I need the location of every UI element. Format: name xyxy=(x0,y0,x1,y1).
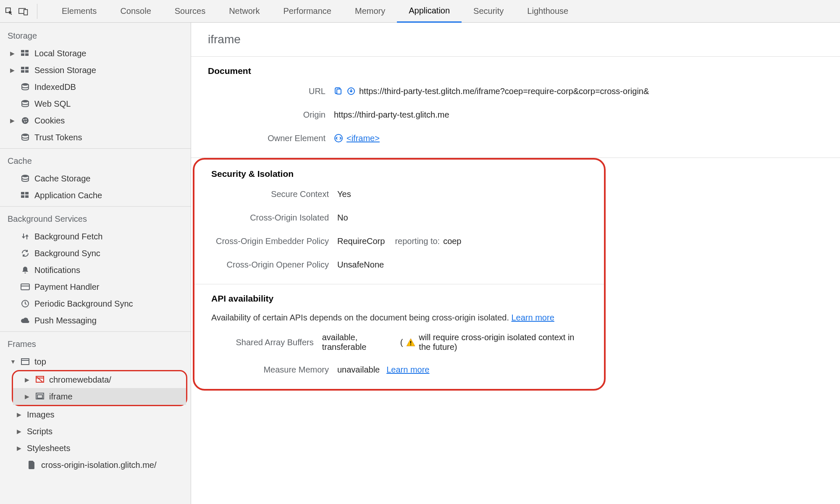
sidebar-item-label: Stylesheets xyxy=(27,444,70,453)
sidebar-item-notifications[interactable]: Notifications xyxy=(0,262,191,278)
chevron-right-icon: ▶ xyxy=(17,428,23,435)
url-value: https://third-party-test.glitch.me/ifram… xyxy=(359,87,649,96)
chevron-right-icon: ▶ xyxy=(25,376,31,383)
sidebar-item-label: Payment Handler xyxy=(34,282,100,292)
sidebar-item-background-sync[interactable]: Background Sync xyxy=(0,245,191,262)
owner-element-link[interactable]: <iframe> xyxy=(346,134,380,143)
tab-performance[interactable]: Performance xyxy=(272,0,344,23)
sidebar-item-push-messaging[interactable]: Push Messaging xyxy=(0,312,191,329)
svg-rect-5 xyxy=(21,53,24,56)
svg-rect-23 xyxy=(25,195,29,198)
tab-network[interactable]: Network xyxy=(217,0,271,23)
sab-value: available, transferable xyxy=(322,333,393,352)
measure-memory-label: Measure Memory xyxy=(211,365,337,375)
origin-label: Origin xyxy=(208,110,334,120)
owner-label: Owner Element xyxy=(208,134,334,143)
database-icon xyxy=(20,174,30,183)
sidebar-item-periodic-sync[interactable]: Periodic Background Sync xyxy=(0,295,191,312)
frame-title: iframe xyxy=(191,23,840,57)
sab-warning: will require cross-origin isolated conte… xyxy=(419,333,587,352)
sidebar-item-indexeddb[interactable]: IndexedDB xyxy=(0,79,191,95)
tab-lighthouse[interactable]: Lighthouse xyxy=(515,0,580,23)
highlight-box-sidebar: ▶ chromewebdata/ ▶ iframe xyxy=(12,370,187,406)
svg-rect-8 xyxy=(25,67,29,69)
origin-value: https://third-party-test.glitch.me xyxy=(334,110,449,120)
sidebar-item-label: IndexedDB xyxy=(34,82,76,92)
blocked-frame-icon xyxy=(35,376,45,383)
application-sidebar: Storage ▶ Local Storage ▶ Session Storag… xyxy=(0,23,191,504)
svg-point-13 xyxy=(22,117,29,124)
sidebar-item-background-fetch[interactable]: Background Fetch xyxy=(0,228,191,245)
svg-rect-24 xyxy=(21,284,29,290)
sidebar-item-application-cache[interactable]: Application Cache xyxy=(0,187,191,204)
sidebar-item-payment-handler[interactable]: Payment Handler xyxy=(0,278,191,295)
sidebar-item-trust-tokens[interactable]: Trust Tokens xyxy=(0,129,191,146)
grid-icon xyxy=(20,192,30,199)
document-section: Document URL https://third-party-test.gl… xyxy=(191,57,840,158)
section-heading: Document xyxy=(208,66,823,76)
sync-icon xyxy=(20,249,30,257)
device-icon[interactable] xyxy=(18,7,29,16)
copy-icon[interactable] xyxy=(334,87,343,96)
learn-more-link[interactable]: Learn more xyxy=(512,313,554,322)
tab-memory[interactable]: Memory xyxy=(343,0,397,23)
frame-details-panel: iframe Document URL https://third-party-… xyxy=(191,23,840,504)
svg-rect-27 xyxy=(21,359,29,365)
sidebar-item-cookies[interactable]: ▶ Cookies xyxy=(0,112,191,129)
warning-icon xyxy=(406,338,415,346)
tab-sources[interactable]: Sources xyxy=(163,0,217,23)
frame-document[interactable]: cross-origin-isolation.glitch.me/ xyxy=(0,457,191,473)
svg-point-16 xyxy=(24,121,26,123)
tab-security[interactable]: Security xyxy=(462,0,515,23)
secure-context-value: Yes xyxy=(337,189,351,199)
storage-icon xyxy=(20,67,30,74)
frame-images[interactable]: ▶ Images xyxy=(0,406,191,423)
devtools-tabs: Elements Console Sources Network Perform… xyxy=(50,0,580,23)
section-frames: Frames xyxy=(0,336,191,353)
svg-rect-2 xyxy=(24,9,28,15)
svg-rect-10 xyxy=(25,70,29,73)
svg-rect-7 xyxy=(21,67,24,69)
highlight-box-main: Security & Isolation Secure Context Yes … xyxy=(193,158,606,391)
reveal-icon[interactable] xyxy=(346,87,356,96)
cross-origin-isolated-label: Cross-Origin Isolated xyxy=(211,213,337,223)
chevron-right-icon: ▶ xyxy=(10,117,16,124)
section-bgservices: Background Services xyxy=(0,211,191,228)
database-icon xyxy=(20,83,30,91)
svg-rect-21 xyxy=(25,192,29,194)
sidebar-item-label: Background Fetch xyxy=(34,232,102,242)
cloud-icon xyxy=(20,317,30,324)
svg-point-17 xyxy=(26,121,27,122)
svg-rect-38 xyxy=(410,341,411,344)
frame-top[interactable]: ▼ top xyxy=(0,353,191,370)
learn-more-link[interactable]: Learn more xyxy=(386,365,429,375)
frame-chromewebdata[interactable]: ▶ chromewebdata/ xyxy=(13,371,186,388)
sidebar-item-label: Images xyxy=(27,410,55,420)
sidebar-item-label: Periodic Background Sync xyxy=(34,299,133,309)
database-icon xyxy=(20,100,30,108)
sidebar-item-session-storage[interactable]: ▶ Session Storage xyxy=(0,62,191,79)
clock-icon xyxy=(20,299,30,308)
inspect-icon[interactable] xyxy=(4,7,14,16)
frame-iframe[interactable]: ▶ iframe xyxy=(13,388,186,405)
svg-point-18 xyxy=(22,134,29,136)
tab-elements[interactable]: Elements xyxy=(50,0,108,23)
sidebar-item-label: Application Cache xyxy=(34,191,102,200)
code-icon[interactable] xyxy=(334,134,343,143)
svg-point-19 xyxy=(22,175,29,177)
tab-application[interactable]: Application xyxy=(397,0,462,23)
sidebar-item-label: iframe xyxy=(49,392,73,402)
tab-console[interactable]: Console xyxy=(108,0,163,23)
sidebar-item-cache-storage[interactable]: Cache Storage xyxy=(0,170,191,187)
sidebar-item-label: chromewebdata/ xyxy=(49,375,111,385)
sidebar-item-websql[interactable]: Web SQL xyxy=(0,95,191,112)
svg-rect-35 xyxy=(337,89,341,94)
sidebar-item-local-storage[interactable]: ▶ Local Storage xyxy=(0,45,191,62)
security-section: Security & Isolation Secure Context Yes … xyxy=(194,160,604,284)
sab-label: Shared Array Buffers xyxy=(211,338,322,347)
iframe-icon xyxy=(35,393,45,400)
sidebar-item-label: Cookies xyxy=(34,116,65,126)
frame-stylesheets[interactable]: ▶ Stylesheets xyxy=(0,440,191,457)
sidebar-item-label: Cache Storage xyxy=(34,174,90,184)
frame-scripts[interactable]: ▶ Scripts xyxy=(0,423,191,440)
